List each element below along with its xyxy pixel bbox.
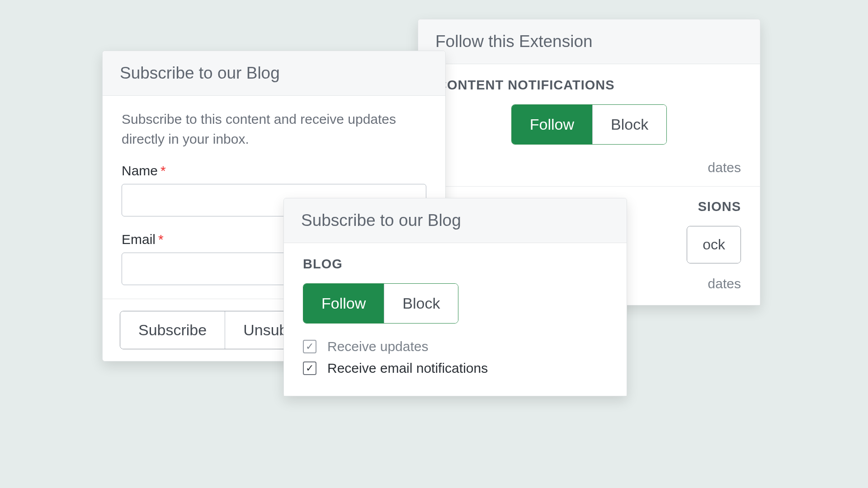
content-notifications-heading: CONTENT NOTIFICATIONS — [437, 78, 741, 93]
subscribe-blog-title: Subscribe to our Blog — [284, 198, 627, 243]
receive-email-row[interactable]: ✓ Receive email notifications — [303, 361, 608, 376]
block-button[interactable]: Block — [592, 105, 666, 144]
receive-updates-label: Receive updates — [327, 339, 428, 354]
blog-follow-toggle: Follow Block — [303, 283, 458, 324]
subscribe-blog-body: BLOG Follow Block ✓ Receive updates ✓ Re… — [284, 243, 627, 396]
name-label: Name* — [122, 163, 426, 178]
required-mark: * — [158, 232, 164, 247]
receive-updates-row[interactable]: ✓ Receive updates — [303, 339, 608, 354]
follow-button[interactable]: Follow — [303, 284, 384, 323]
block-button-fragment[interactable]: ock — [687, 226, 741, 263]
content-notifications-toggle: Follow Block — [511, 104, 667, 145]
receive-updates-fragment: dates — [437, 160, 741, 175]
block-button[interactable]: Block — [384, 284, 458, 323]
subscribe-blog-card: Subscribe to our Blog BLOG Follow Block … — [283, 198, 627, 396]
subscribe-form-title: Subscribe to our Blog — [103, 51, 445, 96]
subscribe-description: Subscribe to this content and receive up… — [122, 109, 426, 149]
subscribe-button[interactable]: Subscribe — [120, 311, 225, 349]
required-mark: * — [160, 163, 166, 178]
checkbox-checked-icon: ✓ — [303, 361, 316, 375]
follow-extension-title: Follow this Extension — [418, 19, 760, 64]
section-divider — [418, 186, 760, 187]
checkbox-checked-icon: ✓ — [303, 340, 316, 353]
blog-heading: BLOG — [303, 257, 608, 272]
extensions-toggle-fragment: ock — [687, 226, 741, 263]
receive-email-label: Receive email notifications — [327, 361, 488, 376]
follow-button[interactable]: Follow — [512, 105, 592, 144]
